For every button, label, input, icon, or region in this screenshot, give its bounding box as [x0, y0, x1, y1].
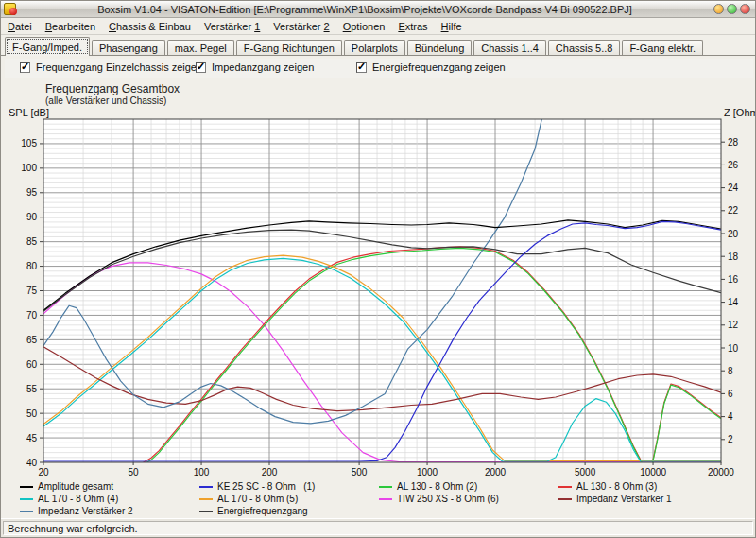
y-right-tick-label: 20 — [728, 229, 739, 239]
x-tick-label: 1000 — [417, 467, 438, 477]
checkmark-icon[interactable]: ✓ — [20, 62, 30, 73]
legend-label: Energiefrequenzgang — [217, 506, 308, 516]
legend-color-dash — [379, 498, 392, 500]
legend-item: Impedanz Verstärker 2 — [20, 505, 199, 517]
legend-color-dash — [20, 511, 33, 512]
legend-label: KE 25 SC - 8 Ohm (1) — [217, 481, 315, 492]
y-right-tick-label: 8 — [728, 366, 733, 376]
y-right-tick-label: 10 — [728, 343, 739, 354]
x-tick-label: 50 — [129, 467, 140, 477]
y-left-tick-label: 75 — [26, 286, 38, 296]
y-left-tick-label: 85 — [26, 236, 38, 247]
title-bar[interactable]: Boxsim V1.04 - VISATON-Edition [E:\Progr… — [1, 1, 755, 18]
tab-f-gang-imped-[interactable]: F-Gang/Imped. — [5, 37, 90, 56]
legend-item: Impedanz Verstärker 1 — [558, 493, 738, 505]
y-right-axis-title: Z [Ohm] — [724, 107, 756, 118]
close-button[interactable] — [740, 4, 750, 14]
checkmark-icon[interactable]: ✓ — [196, 62, 206, 73]
tab-phasengang[interactable]: Phasengang — [92, 40, 165, 56]
legend-label: AL 130 - 8 Ohm (3) — [576, 481, 657, 492]
window-controls — [713, 4, 750, 14]
legend-color-dash — [558, 498, 572, 500]
tab-strip: F-Gang/Imped.Phasengangmax. PegelF-Gang … — [1, 36, 755, 56]
checkbox-label: Frequenzgang Einzelchassis zeigen — [36, 61, 202, 73]
legend-color-dash — [199, 486, 213, 488]
display-options-row: ✓Frequenzgang Einzelchassis zeigen✓Imped… — [5, 59, 753, 78]
menu-item-datei[interactable]: Datei — [1, 20, 39, 33]
tab-f-gang-elektr-[interactable]: F-Gang elektr. — [622, 40, 703, 56]
y-left-tick-label: 80 — [26, 261, 38, 271]
y-left-tick-label: 50 — [26, 408, 38, 419]
y-right-tick-label: 28 — [728, 137, 739, 148]
y-left-tick-label: 45 — [26, 433, 38, 443]
legend-label: Impedanz Verstärker 2 — [38, 506, 133, 516]
y-left-tick-label: 55 — [26, 384, 38, 394]
x-tick-label: 10000 — [640, 467, 666, 477]
legend-label: AL 130 - 8 Ohm (2) — [397, 481, 477, 492]
y-left-tick-label: 105 — [21, 138, 37, 148]
legend-label: TIW 250 XS - 8 Ohm (6) — [397, 494, 499, 504]
y-left-tick-label: 90 — [26, 212, 38, 222]
menu-item-verst-rker-1[interactable]: Verstärker 1 — [198, 20, 266, 33]
x-tick-label: 20 — [38, 467, 49, 477]
legend-label: Impedanz Verstärker 1 — [576, 494, 672, 504]
x-tick-label: 200 — [262, 467, 278, 477]
checkbox-frequenzgang-einzelchassis-zeigen[interactable]: ✓Frequenzgang Einzelchassis zeigen — [20, 61, 202, 73]
y-left-tick-label: 100 — [21, 163, 37, 173]
menu-item-optionen[interactable]: Optionen — [336, 20, 392, 33]
status-field: Berechnung war erfolgreich. — [3, 521, 753, 535]
legend-label: AL 170 - 8 Ohm (5) — [217, 494, 298, 504]
legend-item: KE 25 SC - 8 Ohm (1) — [199, 480, 379, 493]
checkbox-label: Energiefrequenzgang zeigen — [372, 61, 506, 73]
menu-item-verst-rker-2[interactable]: Verstärker 2 — [266, 20, 335, 33]
maximize-button[interactable] — [727, 4, 737, 14]
y-right-tick-label: 4 — [728, 411, 733, 422]
menu-item-extras[interactable]: Extras — [391, 20, 434, 33]
y-right-tick-label: 2 — [728, 434, 733, 444]
y-right-tick-label: 22 — [728, 205, 739, 216]
legend-item: AL 130 - 8 Ohm (2) — [379, 480, 558, 493]
status-text: Berechnung war erfolgreich. — [8, 523, 138, 534]
y-left-tick-label: 95 — [26, 187, 38, 198]
x-tick-label: 2000 — [485, 467, 507, 477]
checkbox-label: Impedanzgang zeigen — [212, 61, 314, 73]
tab-b-ndelung[interactable]: Bündelung — [407, 40, 472, 56]
tab-chassis-1-4[interactable]: Chassis 1..4 — [473, 40, 546, 56]
menu-item-bearbeiten[interactable]: Bearbeiten — [39, 20, 102, 33]
legend-color-dash — [199, 498, 213, 500]
window-title: Boxsim V1.04 - VISATON-Edition [E:\Progr… — [16, 4, 713, 15]
legend-color-dash — [199, 511, 213, 512]
y-right-tick-label: 24 — [728, 182, 739, 193]
tab-f-gang-richtungen[interactable]: F-Gang Richtungen — [236, 40, 342, 56]
y-right-tick-label: 26 — [728, 160, 739, 170]
tab-chassis-5-8[interactable]: Chassis 5..8 — [548, 40, 621, 56]
legend-label: AL 170 - 8 Ohm (4) — [38, 494, 118, 504]
checkmark-icon[interactable]: ✓ — [356, 62, 367, 73]
checkbox-energiefrequenzgang-zeigen[interactable]: ✓Energiefrequenzgang zeigen — [356, 61, 506, 73]
legend-color-dash — [20, 498, 33, 500]
y-right-tick-label: 18 — [728, 252, 739, 262]
checkbox-impedanzgang-zeigen[interactable]: ✓Impedanzgang zeigen — [196, 61, 314, 73]
y-left-tick-label: 65 — [26, 335, 38, 345]
x-tick-label: 5000 — [575, 467, 596, 477]
y-left-axis-title: SPL [dB] — [9, 107, 49, 118]
legend-item: AL 130 - 8 Ohm (3) — [558, 480, 738, 493]
legend-item: TIW 250 XS - 8 Ohm (6) — [379, 493, 558, 505]
tab-max-pegel[interactable]: max. Pegel — [167, 40, 234, 56]
tab-strip-edge — [1, 55, 755, 56]
tab-polarplots[interactable]: Polarplots — [344, 40, 405, 56]
y-right-tick-label: 14 — [728, 297, 739, 307]
x-tick-label: 500 — [352, 467, 368, 477]
legend-item: AL 170 - 8 Ohm (4) — [20, 493, 199, 505]
legend-color-dash — [20, 486, 33, 488]
y-right-tick-label: 12 — [728, 320, 739, 330]
minimize-button[interactable] — [713, 4, 724, 14]
status-bar: Berechnung war erfolgreich. — [1, 518, 755, 537]
legend-item: AL 170 - 8 Ohm (5) — [199, 493, 379, 505]
app-icon — [4, 3, 16, 15]
menu-item-hilfe[interactable]: Hilfe — [435, 20, 469, 33]
legend-color-dash — [558, 486, 572, 488]
chart-title: Frequenzgang Gesamtbox — [45, 82, 180, 95]
menu-item-chassis-einbau[interactable]: Chassis & Einbau — [102, 20, 198, 33]
x-tick-label: 100 — [194, 467, 210, 477]
